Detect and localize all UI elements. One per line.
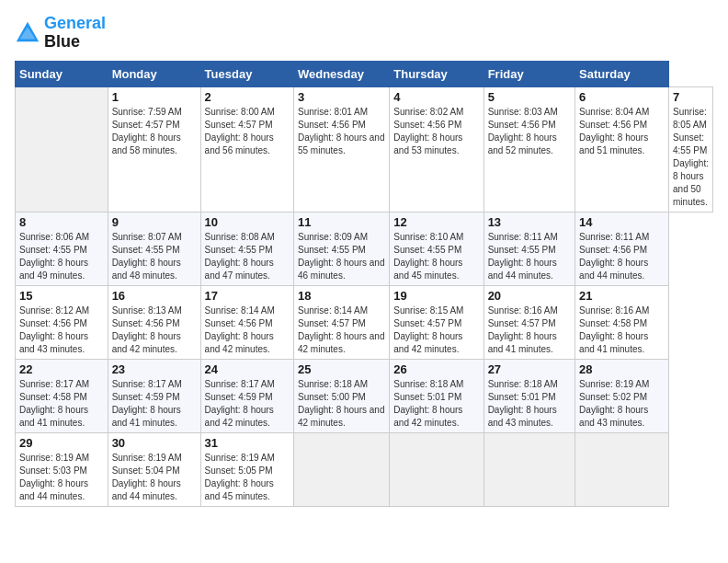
calendar-cell: 2Sunrise: 8:00 AMSunset: 4:57 PMDaylight… (200, 86, 293, 212)
day-number: 11 (298, 215, 385, 229)
day-number: 20 (488, 289, 571, 303)
day-number: 30 (112, 436, 197, 450)
day-number: 4 (393, 90, 479, 104)
day-detail: Sunrise: 8:18 AMSunset: 5:00 PMDaylight:… (298, 378, 385, 430)
day-detail: Sunrise: 8:09 AMSunset: 4:55 PMDaylight:… (298, 231, 385, 282)
calendar-cell: 1Sunrise: 7:59 AMSunset: 4:57 PMDaylight… (108, 86, 200, 212)
day-number: 14 (579, 215, 665, 229)
day-header-saturday: Saturday (575, 61, 669, 86)
calendar-week-row: 1Sunrise: 7:59 AMSunset: 4:57 PMDaylight… (16, 86, 713, 212)
day-detail: Sunrise: 8:15 AMSunset: 4:57 PMDaylight:… (393, 304, 479, 356)
calendar-cell: 22Sunrise: 8:17 AMSunset: 4:58 PMDayligh… (16, 359, 108, 432)
day-detail: Sunrise: 8:16 AMSunset: 4:58 PMDaylight:… (579, 304, 665, 356)
calendar-cell: 6Sunrise: 8:04 AMSunset: 4:56 PMDaylight… (575, 86, 669, 212)
calendar-cell: 20Sunrise: 8:16 AMSunset: 4:57 PMDayligh… (483, 285, 574, 359)
day-header-sunday: Sunday (16, 61, 108, 86)
calendar-cell: 29Sunrise: 8:19 AMSunset: 5:03 PMDayligh… (16, 432, 108, 506)
calendar-cell (390, 432, 483, 506)
day-number: 2 (205, 90, 290, 104)
calendar-cell: 19Sunrise: 8:15 AMSunset: 4:57 PMDayligh… (390, 285, 483, 359)
day-header-thursday: Thursday (390, 61, 483, 86)
day-number: 21 (579, 289, 665, 303)
calendar-cell: 27Sunrise: 8:18 AMSunset: 5:01 PMDayligh… (483, 359, 574, 432)
calendar-cell: 15Sunrise: 8:12 AMSunset: 4:56 PMDayligh… (16, 285, 108, 359)
day-detail: Sunrise: 8:11 AMSunset: 4:56 PMDaylight:… (579, 231, 665, 282)
day-detail: Sunrise: 8:11 AMSunset: 4:55 PMDaylight:… (488, 231, 571, 282)
day-detail: Sunrise: 8:05 AMSunset: 4:55 PMDaylight:… (673, 106, 709, 209)
day-detail: Sunrise: 8:18 AMSunset: 5:01 PMDaylight:… (393, 378, 479, 430)
day-detail: Sunrise: 7:59 AMSunset: 4:57 PMDaylight:… (112, 106, 197, 157)
calendar-week-row: 29Sunrise: 8:19 AMSunset: 5:03 PMDayligh… (16, 432, 713, 506)
day-number: 18 (298, 289, 385, 303)
calendar-week-row: 15Sunrise: 8:12 AMSunset: 4:56 PMDayligh… (16, 285, 713, 359)
calendar-cell (483, 432, 574, 506)
day-number: 13 (488, 215, 571, 229)
logo-icon (15, 20, 40, 46)
day-number: 29 (19, 436, 104, 450)
day-detail: Sunrise: 8:16 AMSunset: 4:57 PMDaylight:… (488, 304, 571, 356)
day-detail: Sunrise: 8:17 AMSunset: 4:58 PMDaylight:… (19, 378, 104, 430)
logo: General Blue (15, 15, 106, 52)
calendar-body: 1Sunrise: 7:59 AMSunset: 4:57 PMDaylight… (16, 86, 713, 506)
day-number: 5 (488, 90, 571, 104)
day-number: 12 (393, 215, 479, 229)
calendar-cell: 25Sunrise: 8:18 AMSunset: 5:00 PMDayligh… (293, 359, 389, 432)
day-number: 27 (488, 362, 571, 376)
day-detail: Sunrise: 8:06 AMSunset: 4:55 PMDaylight:… (19, 231, 104, 282)
calendar-cell (575, 432, 669, 506)
calendar-cell (16, 86, 108, 212)
day-detail: Sunrise: 8:10 AMSunset: 4:55 PMDaylight:… (393, 231, 479, 282)
day-header-wednesday: Wednesday (293, 61, 389, 86)
day-number: 24 (205, 362, 290, 376)
calendar-cell: 23Sunrise: 8:17 AMSunset: 4:59 PMDayligh… (108, 359, 200, 432)
day-number: 7 (673, 90, 709, 104)
day-detail: Sunrise: 8:01 AMSunset: 4:56 PMDaylight:… (298, 106, 385, 157)
day-number: 26 (393, 362, 479, 376)
calendar-week-row: 8Sunrise: 8:06 AMSunset: 4:55 PMDaylight… (16, 212, 713, 285)
calendar-cell: 3Sunrise: 8:01 AMSunset: 4:56 PMDaylight… (293, 86, 389, 212)
day-number: 22 (19, 362, 104, 376)
day-detail: Sunrise: 8:14 AMSunset: 4:56 PMDaylight:… (205, 304, 290, 356)
calendar-header-row: SundayMondayTuesdayWednesdayThursdayFrid… (16, 61, 713, 86)
calendar-cell: 30Sunrise: 8:19 AMSunset: 5:04 PMDayligh… (108, 432, 200, 506)
calendar-cell: 4Sunrise: 8:02 AMSunset: 4:56 PMDaylight… (390, 86, 483, 212)
day-detail: Sunrise: 8:03 AMSunset: 4:56 PMDaylight:… (488, 106, 571, 157)
calendar-cell: 14Sunrise: 8:11 AMSunset: 4:56 PMDayligh… (575, 212, 669, 285)
header: General Blue (15, 15, 713, 52)
calendar-week-row: 22Sunrise: 8:17 AMSunset: 4:58 PMDayligh… (16, 359, 713, 432)
calendar-cell: 9Sunrise: 8:07 AMSunset: 4:55 PMDaylight… (108, 212, 200, 285)
day-detail: Sunrise: 8:00 AMSunset: 4:57 PMDaylight:… (205, 106, 290, 157)
day-detail: Sunrise: 8:19 AMSunset: 5:05 PMDaylight:… (205, 452, 290, 503)
day-detail: Sunrise: 8:07 AMSunset: 4:55 PMDaylight:… (112, 231, 197, 282)
logo-text: General Blue (44, 15, 106, 52)
day-detail: Sunrise: 8:19 AMSunset: 5:02 PMDaylight:… (579, 378, 665, 430)
calendar-table: SundayMondayTuesdayWednesdayThursdayFrid… (15, 61, 713, 507)
calendar-cell: 13Sunrise: 8:11 AMSunset: 4:55 PMDayligh… (483, 212, 574, 285)
day-detail: Sunrise: 8:13 AMSunset: 4:56 PMDaylight:… (112, 304, 197, 356)
day-detail: Sunrise: 8:08 AMSunset: 4:55 PMDaylight:… (205, 231, 290, 282)
day-number: 16 (112, 289, 197, 303)
day-number: 17 (205, 289, 290, 303)
day-detail: Sunrise: 8:17 AMSunset: 4:59 PMDaylight:… (205, 378, 290, 430)
day-number: 3 (298, 90, 385, 104)
day-header-monday: Monday (108, 61, 200, 86)
calendar-cell: 28Sunrise: 8:19 AMSunset: 5:02 PMDayligh… (575, 359, 669, 432)
calendar-cell: 16Sunrise: 8:13 AMSunset: 4:56 PMDayligh… (108, 285, 200, 359)
day-detail: Sunrise: 8:12 AMSunset: 4:56 PMDaylight:… (19, 304, 104, 356)
day-detail: Sunrise: 8:19 AMSunset: 5:04 PMDaylight:… (112, 452, 197, 503)
day-header-tuesday: Tuesday (200, 61, 293, 86)
day-number: 10 (205, 215, 290, 229)
calendar-cell (293, 432, 389, 506)
calendar-cell: 8Sunrise: 8:06 AMSunset: 4:55 PMDaylight… (16, 212, 108, 285)
day-detail: Sunrise: 8:19 AMSunset: 5:03 PMDaylight:… (19, 452, 104, 503)
calendar-cell: 12Sunrise: 8:10 AMSunset: 4:55 PMDayligh… (390, 212, 483, 285)
day-detail: Sunrise: 8:17 AMSunset: 4:59 PMDaylight:… (112, 378, 197, 430)
day-number: 19 (393, 289, 479, 303)
day-detail: Sunrise: 8:02 AMSunset: 4:56 PMDaylight:… (393, 106, 479, 157)
calendar-cell: 10Sunrise: 8:08 AMSunset: 4:55 PMDayligh… (200, 212, 293, 285)
day-detail: Sunrise: 8:14 AMSunset: 4:57 PMDaylight:… (298, 304, 385, 356)
day-number: 9 (112, 215, 197, 229)
day-detail: Sunrise: 8:04 AMSunset: 4:56 PMDaylight:… (579, 106, 665, 157)
day-number: 25 (298, 362, 385, 376)
calendar-cell: 18Sunrise: 8:14 AMSunset: 4:57 PMDayligh… (293, 285, 389, 359)
